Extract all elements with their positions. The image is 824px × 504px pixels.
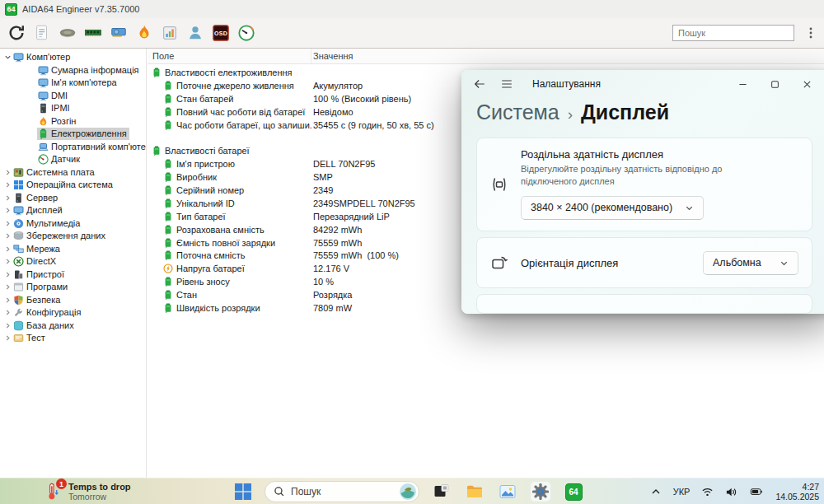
tree-item[interactable]: Ім'я комп'ютера	[0, 77, 146, 90]
tree-item[interactable]: IPMI	[0, 102, 146, 115]
tree-item[interactable]: Безпека	[0, 294, 146, 307]
tree-item[interactable]: Мультимедіа	[0, 217, 146, 231]
refresh-button[interactable]	[7, 23, 26, 43]
cpu-icon	[59, 24, 77, 42]
chevron-collapsed-icon[interactable]	[3, 194, 12, 202]
chevron-expanded-icon[interactable]	[3, 54, 12, 62]
search-input[interactable]	[672, 25, 794, 41]
settings-taskbar-button[interactable]	[530, 481, 551, 502]
tree-item[interactable]: DMI	[0, 90, 146, 103]
explorer-taskbar-button[interactable]	[464, 481, 485, 502]
cpu-button[interactable]	[58, 23, 77, 43]
chevron-collapsed-icon[interactable]	[3, 258, 12, 266]
column-header-value[interactable]: Значення	[311, 49, 824, 63]
battery-icon[interactable]	[749, 486, 764, 498]
sensor-panel-button[interactable]	[236, 23, 256, 43]
photos-taskbar-button[interactable]	[497, 481, 518, 502]
tray-chevron-up-icon[interactable]	[650, 486, 662, 497]
close-button[interactable]	[801, 78, 812, 90]
snip-taskbar-button[interactable]	[431, 481, 452, 502]
tree-item[interactable]: DirectX	[0, 255, 146, 268]
tree-item[interactable]: Розгін	[0, 115, 146, 128]
osd-button[interactable]: OSD	[211, 23, 231, 43]
volume-icon[interactable]	[725, 486, 737, 498]
tree-item-label: Сумарна інформація	[51, 64, 139, 77]
video-card-button[interactable]	[109, 23, 129, 43]
tree-item-label: IPMI	[51, 102, 70, 114]
tree-item[interactable]: Операційна система	[0, 179, 146, 192]
value-cell: Акумулятор	[311, 81, 363, 91]
burn-in-button[interactable]	[134, 23, 154, 43]
start-button[interactable]	[233, 482, 253, 502]
tree-item-label: Електроживлення	[51, 128, 127, 140]
chevron-collapsed-icon[interactable]	[3, 245, 12, 253]
memory-button[interactable]	[83, 23, 103, 43]
wifi-icon[interactable]	[701, 486, 714, 498]
tree-item-label: Портативний комп'ютер	[51, 141, 147, 153]
tree-item[interactable]: Тест	[0, 332, 146, 345]
desktop-screen: 64 AIDA64 Engineer v7.35.7000 OSD Комп'ю…	[0, 0, 824, 504]
chevron-collapsed-icon[interactable]	[3, 283, 12, 292]
language-indicator[interactable]: УКР	[673, 487, 691, 497]
chevron-collapsed-icon[interactable]	[3, 181, 12, 189]
chevron-collapsed-icon[interactable]	[3, 207, 12, 215]
value-cell: 10 %	[311, 277, 334, 287]
breadcrumb-system[interactable]: Система	[476, 100, 559, 124]
orientation-dropdown[interactable]: Альбомна	[703, 251, 798, 275]
tree-item[interactable]: Пристрої	[0, 268, 146, 282]
tree-item[interactable]: Мережа	[0, 243, 146, 256]
benchmark-button[interactable]	[160, 23, 180, 43]
tree-item-label: Програми	[26, 281, 68, 293]
tree-item[interactable]: Електроживлення	[0, 128, 146, 141]
aida64-taskbar-button[interactable]: 64	[563, 481, 584, 502]
tree-item[interactable]: Збереження даних	[0, 230, 146, 243]
tray-time: 4:27	[803, 482, 819, 492]
back-button[interactable]	[473, 77, 486, 91]
chevron-collapsed-icon[interactable]	[3, 296, 12, 304]
column-header-field[interactable]: Поле	[147, 49, 311, 63]
network-icon	[13, 244, 24, 254]
tree-item[interactable]: Датчик	[0, 153, 146, 166]
tree-item[interactable]: Сервер	[0, 192, 146, 205]
hamburger-menu-button[interactable]	[500, 77, 513, 91]
weather-widget[interactable]: 1 Temps to drop Tomorrow	[43, 480, 131, 503]
value-cell: 2349SMPDELL 70N2F95	[311, 198, 415, 208]
minimize-button[interactable]	[737, 78, 748, 90]
taskbar-search[interactable]: Пошук	[265, 481, 419, 502]
tree-item-label: Безпека	[26, 294, 60, 306]
chevron-collapsed-icon[interactable]	[3, 334, 12, 343]
chevron-collapsed-icon[interactable]	[3, 232, 12, 240]
field-cell: Виробник	[176, 172, 217, 182]
battery-icon	[163, 290, 173, 300]
settings-app-title: Налаштування	[532, 78, 601, 90]
programs-icon	[13, 282, 24, 292]
widget-subtitle: Tomorrow	[68, 492, 131, 502]
tree-item[interactable]: База даних	[0, 320, 146, 333]
value-cell: 84292 mWh	[311, 225, 362, 235]
tree-item[interactable]: Дисплей	[0, 204, 146, 217]
value-cell: 75559 mWh	[311, 238, 362, 248]
chevron-collapsed-icon[interactable]	[3, 321, 12, 329]
chevron-collapsed-icon[interactable]	[3, 270, 12, 278]
tree-item[interactable]: Портативний комп'ютер	[0, 141, 146, 154]
resolution-dropdown[interactable]: 3840 × 2400 (рекомендовано)	[521, 196, 704, 220]
chevron-collapsed-icon[interactable]	[3, 168, 12, 176]
report-button[interactable]	[32, 23, 52, 43]
maximize-button[interactable]	[769, 78, 780, 90]
search-highlight-image	[399, 483, 417, 501]
tree-item[interactable]: Програми	[0, 281, 146, 294]
battery-icon	[163, 303, 173, 313]
tree-item[interactable]: Сумарна інформація	[0, 64, 146, 77]
tree-item-label: Збереження даних	[26, 230, 105, 242]
chevron-collapsed-icon[interactable]	[3, 219, 12, 227]
user-button[interactable]	[185, 23, 205, 43]
tree-item[interactable]: Комп'ютер	[0, 51, 146, 64]
tree-item[interactable]: Конфігурація	[0, 306, 146, 320]
tree-item[interactable]: Системна плата	[0, 166, 146, 180]
osd-label: OSD	[211, 23, 231, 43]
computer-icon	[38, 65, 49, 76]
refresh-icon	[7, 24, 26, 42]
kebab-menu-button[interactable]	[803, 25, 819, 41]
chevron-collapsed-icon[interactable]	[3, 309, 12, 317]
clock[interactable]: 4:27 14.05.2025	[775, 482, 819, 502]
